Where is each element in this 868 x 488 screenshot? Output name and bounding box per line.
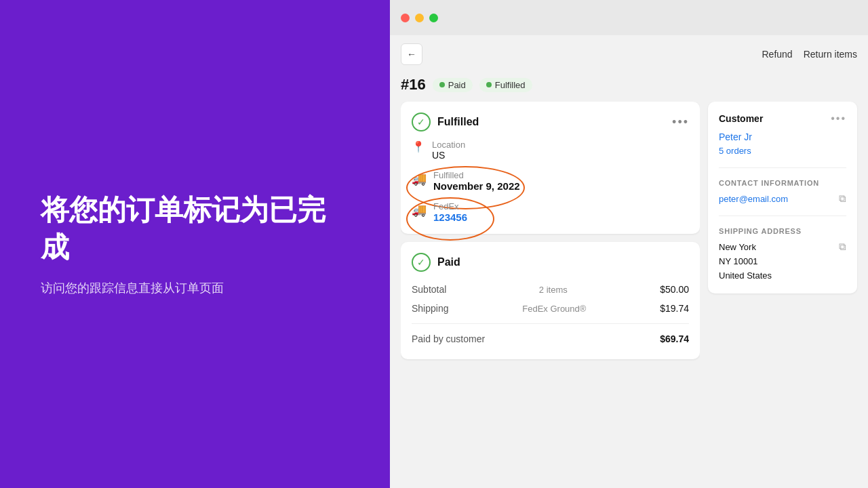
contact-section: CONTACT INFORMATION peter@email.com ⧉	[719, 179, 846, 216]
fulfilled-card: ✓ Fulfilled ••• 📍 Location US	[401, 102, 700, 234]
copy-address-icon[interactable]: ⧉	[839, 241, 846, 253]
shipping-label: SHIPPING ADDRESS	[719, 227, 846, 235]
subtotal-row: Subtotal 2 items $50.00	[412, 280, 689, 299]
shipping-amount: $19.74	[660, 303, 689, 314]
main-content: ✓ Fulfilled ••• 📍 Location US	[390, 102, 868, 488]
back-button[interactable]: ←	[401, 43, 422, 65]
traffic-light-green[interactable]	[429, 14, 438, 22]
address-text: New York NY 10001 United States	[719, 241, 772, 283]
traffic-light-red[interactable]	[401, 14, 410, 22]
paid-badge-label: Paid	[448, 80, 466, 90]
browser-chrome	[390, 0, 868, 35]
address-row: New York NY 10001 United States ⧉	[719, 241, 846, 283]
paid-by-label: Paid by customer	[412, 333, 485, 344]
carrier-name: FedEx	[433, 201, 467, 211]
contact-row: peter@email.com ⧉	[719, 192, 846, 205]
top-actions: Refund Return items	[762, 49, 857, 60]
app-content: ← Refund Return items #16 Paid Fulfilled	[390, 35, 868, 488]
payment-card-header: ✓ Paid	[412, 253, 689, 272]
order-number: #16	[401, 76, 426, 94]
contact-label: CONTACT INFORMATION	[719, 179, 846, 187]
sidebar-card: Customer ••• Peter Jr 5 orders CONTACT I…	[708, 102, 857, 293]
refund-button[interactable]: Refund	[762, 49, 792, 60]
fulfilled-card-header-left: ✓ Fulfilled	[412, 113, 479, 131]
left-panel: 将您的订单标记为已完成 访问您的跟踪信息直接从订单页面	[0, 0, 390, 488]
fulfilled-card-header: ✓ Fulfilled •••	[412, 113, 689, 131]
paid-by-amount: $69.74	[660, 333, 689, 344]
fulfilled-badge: Fulfilled	[479, 78, 532, 92]
tracking-number[interactable]: 123456	[433, 211, 467, 223]
fulfilled-badge-dot	[486, 82, 492, 87]
location-label: Location	[432, 140, 465, 150]
paid-badge-dot	[439, 82, 445, 87]
payment-card-title: Paid	[437, 256, 460, 268]
left-column: ✓ Fulfilled ••• 📍 Location US	[401, 102, 700, 477]
fedex-row: 🚚 FedEx 123456	[412, 201, 689, 223]
subtotal-label: Subtotal	[412, 284, 446, 295]
tracking-section: 🚚 Fulfilled November 9, 2022	[412, 170, 689, 223]
payment-card: ✓ Paid Subtotal 2 items $50.00 Shipping …	[401, 242, 700, 359]
fulfilled-date-row: 🚚 Fulfilled November 9, 2022	[412, 170, 689, 192]
location-value: US	[432, 150, 465, 161]
paid-by-row: Paid by customer $69.74	[412, 329, 689, 348]
customer-section: Customer ••• Peter Jr 5 orders	[719, 113, 846, 168]
copy-email-icon[interactable]: ⧉	[839, 192, 846, 205]
main-title: 将您的订单标记为已完成	[41, 192, 349, 266]
fulfilled-date-container: 🚚 Fulfilled November 9, 2022	[412, 170, 689, 192]
carrier-icon: 🚚	[412, 203, 427, 218]
address-city: New York	[719, 242, 756, 252]
shipping-icon: 🚚	[412, 171, 427, 186]
address-state-zip: NY 10001	[719, 256, 758, 266]
fedex-container: 🚚 FedEx 123456	[412, 201, 689, 223]
payment-divider	[412, 323, 689, 324]
shipping-label: Shipping	[412, 303, 449, 314]
customer-header: Customer •••	[719, 113, 846, 125]
fulfilled-more-button[interactable]: •••	[672, 115, 689, 129]
right-panel: ← Refund Return items #16 Paid Fulfilled	[390, 0, 868, 488]
paid-badge: Paid	[433, 78, 473, 92]
fulfilled-label: Fulfilled	[433, 170, 520, 180]
shipping-row: Shipping FedEx Ground® $19.74	[412, 299, 689, 318]
shipping-address-section: SHIPPING ADDRESS New York NY 10001 Unite…	[719, 227, 846, 283]
subtotal-amount: $50.00	[660, 284, 689, 295]
location-row: 📍 Location US	[412, 140, 689, 161]
customer-more-button[interactable]: •••	[831, 113, 846, 125]
traffic-light-yellow[interactable]	[415, 14, 424, 22]
order-header: #16 Paid Fulfilled	[390, 73, 868, 102]
customer-name[interactable]: Peter Jr	[719, 131, 846, 142]
contact-email[interactable]: peter@email.com	[719, 194, 788, 204]
sub-title: 访问您的跟踪信息直接从订单页面	[41, 280, 224, 296]
carrier-info: FedEx 123456	[433, 201, 467, 223]
return-items-button[interactable]: Return items	[804, 49, 857, 60]
subtotal-items: 2 items	[539, 285, 568, 295]
fulfilled-date: November 9, 2022	[433, 180, 520, 192]
payment-card-header-left: ✓ Paid	[412, 253, 460, 272]
fulfilled-status-icon: ✓	[412, 113, 431, 131]
location-text: Location US	[432, 140, 465, 161]
fulfilled-card-title: Fulfilled	[437, 116, 479, 128]
fulfilled-info: Fulfilled November 9, 2022	[433, 170, 520, 192]
customer-orders[interactable]: 5 orders	[719, 146, 751, 156]
shipping-method: FedEx Ground®	[522, 304, 586, 314]
top-bar: ← Refund Return items	[390, 35, 868, 73]
address-country: United States	[719, 270, 772, 281]
paid-status-icon: ✓	[412, 253, 431, 272]
fulfilled-badge-label: Fulfilled	[495, 80, 526, 90]
customer-title: Customer	[719, 113, 763, 124]
location-icon: 📍	[412, 140, 425, 153]
sidebar: Customer ••• Peter Jr 5 orders CONTACT I…	[708, 102, 857, 477]
